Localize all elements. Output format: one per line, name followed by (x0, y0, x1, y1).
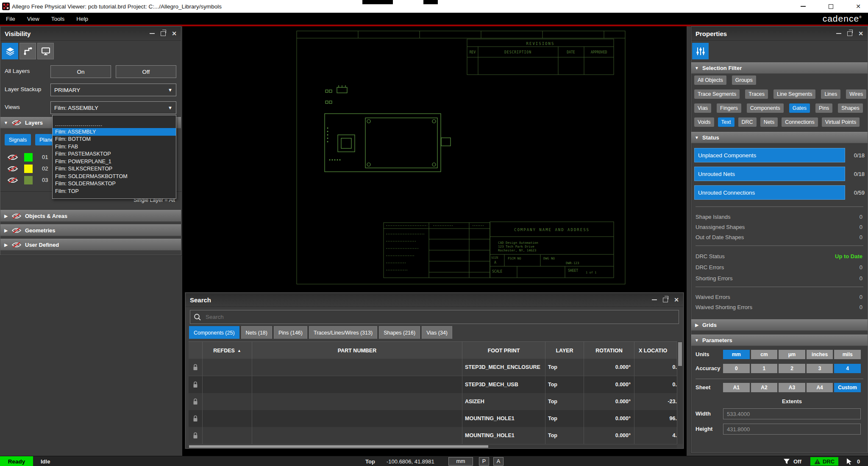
float-icon[interactable] (161, 31, 166, 36)
layer-color-swatch[interactable] (24, 165, 33, 173)
filter-components[interactable]: Components (747, 103, 784, 113)
units-um-button[interactable]: µm (779, 350, 805, 359)
accuracy-4-button[interactable]: 4 (834, 364, 861, 373)
dropdown-item-assembly[interactable]: Film: ASSEMBLY (53, 128, 176, 136)
filter-funnel-icon[interactable] (783, 458, 790, 465)
parameters-section-header[interactable]: ▼ Parameters (691, 335, 868, 346)
units-mils-button[interactable]: mils (834, 350, 861, 359)
p-mode-button[interactable]: P (479, 457, 489, 466)
minimize-icon[interactable] (836, 33, 841, 34)
dropdown-item-top[interactable]: Film: TOP (53, 187, 176, 195)
unplaced-components-button[interactable]: Unplaced Components (694, 148, 845, 162)
window-minimize-button[interactable] (800, 3, 807, 10)
filter-state-label[interactable]: Off (793, 456, 801, 466)
window-restore-button[interactable] (827, 3, 834, 10)
column-footprint[interactable]: FOOT PRINT (462, 342, 545, 359)
layer-color-swatch[interactable] (24, 176, 33, 184)
accuracy-2-button[interactable]: 2 (779, 364, 805, 373)
views-select[interactable]: Film: ASSEMBLY ▼ (50, 101, 176, 114)
tab-shapes[interactable]: Shapes (216) (379, 326, 420, 339)
units-indicator-button[interactable]: mm (448, 457, 473, 466)
objects-areas-section[interactable]: ▶ Objects & Areas (0, 210, 181, 222)
table-row[interactable]: MOUNTING_HOLE1 Top 0.000° 96. (189, 410, 677, 427)
filter-virtual-points[interactable]: Virtual Points (822, 117, 860, 127)
filter-pins[interactable]: Pins (815, 103, 832, 113)
visibility-off-icon[interactable] (11, 120, 22, 126)
column-lock[interactable] (189, 342, 203, 359)
table-row[interactable]: STEP3D_MECH_ENCLOSURE Top 0.000° 0. (189, 359, 677, 376)
filter-shapes[interactable]: Shapes (838, 103, 862, 113)
geometries-section[interactable]: ▶ Geometries (0, 224, 181, 236)
sheet-a1-button[interactable]: A1 (723, 383, 750, 392)
height-field[interactable] (723, 424, 861, 435)
column-rotation[interactable]: ROTATION (584, 342, 634, 359)
filter-lines[interactable]: Lines (821, 89, 840, 99)
status-section-header[interactable]: ▼ Status (691, 132, 868, 143)
filter-vias[interactable]: Vias (694, 103, 711, 113)
column-part-number[interactable]: PART NUMBER (252, 342, 462, 359)
accuracy-1-button[interactable]: 1 (751, 364, 778, 373)
sheet-a3-button[interactable]: A3 (779, 383, 805, 392)
sheet-a4-button[interactable]: A4 (807, 383, 833, 392)
filter-all-objects[interactable]: All Objects (694, 75, 726, 85)
scrollbar-thumb[interactable] (189, 445, 488, 448)
dropdown-item-fab[interactable]: Film: FAB (53, 143, 176, 151)
dropdown-item-silkscreentop[interactable]: Film: SILKSCREENTOP (53, 165, 176, 173)
visibility-off-icon[interactable] (11, 242, 22, 248)
sheet-custom-button[interactable]: Custom (834, 383, 861, 392)
layer-stackup-select[interactable]: PRIMARY ▼ (50, 84, 176, 96)
minimize-icon[interactable] (150, 33, 155, 34)
table-row[interactable]: MOUNTING_HOLE1 Top 0.000° 4. (189, 427, 677, 444)
a-mode-button[interactable]: A (493, 457, 504, 466)
dropdown-item-pastemasktop[interactable]: Film: PASTEMASKTOP (53, 151, 176, 158)
filter-fingers[interactable]: Fingers (717, 103, 741, 113)
vertical-scrollbar[interactable] (677, 341, 683, 444)
accuracy-0-button[interactable]: 0 (723, 364, 750, 373)
tab-traces-lines-wires[interactable]: Traces/Lines/Wires (313) (309, 326, 377, 339)
filter-groups[interactable]: Groups (732, 75, 756, 85)
close-icon[interactable]: ✕ (674, 297, 679, 303)
filter-nets[interactable]: Nets (760, 117, 778, 127)
properties-toolbutton[interactable] (692, 43, 709, 59)
visibility-off-icon[interactable] (11, 213, 22, 219)
column-layer[interactable]: LAYER (545, 342, 584, 359)
drc-badge[interactable]: DRC (810, 457, 838, 466)
search-input[interactable] (205, 313, 664, 321)
all-layers-on-button[interactable]: On (50, 65, 111, 78)
dropdown-item-bottom[interactable]: Film: BOTTOM (53, 136, 176, 143)
menu-help[interactable]: Help (70, 13, 94, 25)
dropdown-item-soldermaskbottom[interactable]: Film: SOLDERMASKBOTTOM (53, 173, 176, 180)
visibility-off-icon[interactable] (7, 154, 18, 161)
unrouted-connections-button[interactable]: Unrouted Connections (694, 185, 845, 200)
float-icon[interactable] (847, 31, 852, 36)
user-defined-section[interactable]: ▶ User Defined (0, 239, 181, 251)
layers-view-toolbutton[interactable] (2, 43, 18, 59)
table-row[interactable]: STEP3D_MECH_USB Top 0.000° 0. (189, 376, 677, 393)
close-icon[interactable]: ✕ (858, 31, 863, 36)
accuracy-3-button[interactable]: 3 (807, 364, 833, 373)
filter-trace-segments[interactable]: Trace Segments (694, 89, 740, 99)
layer-row[interactable]: 02 (0, 164, 52, 174)
float-icon[interactable] (663, 298, 668, 302)
close-icon[interactable]: ✕ (172, 31, 177, 36)
window-close-button[interactable]: ✕ (855, 3, 862, 10)
filter-text[interactable]: Text (718, 117, 734, 127)
layer-row[interactable]: 03 (0, 175, 52, 185)
all-layers-off-button[interactable]: Off (116, 65, 176, 78)
visibility-off-icon[interactable] (11, 227, 22, 234)
display-view-toolbutton[interactable] (37, 43, 54, 59)
filter-voids[interactable]: Voids (694, 117, 714, 127)
visibility-off-icon[interactable] (7, 165, 18, 172)
horizontal-scrollbar[interactable] (189, 445, 677, 448)
filter-drc[interactable]: DRC (738, 117, 757, 127)
tab-components[interactable]: Components (25) (189, 326, 239, 339)
layer-row[interactable]: 01 (0, 152, 52, 162)
tab-vias[interactable]: Vias (34) (422, 326, 452, 339)
dropdown-item-soldermasktop[interactable]: Film: SOLDERMASKTOP (53, 180, 176, 188)
units-inches-button[interactable]: inches (807, 350, 833, 359)
column-x-location[interactable]: X LOCATIO (634, 342, 677, 359)
layer-color-swatch[interactable] (24, 153, 33, 162)
filter-traces[interactable]: Traces (745, 89, 768, 99)
dropdown-item-powerplane1[interactable]: Film: POWERPLANE_1 (53, 158, 176, 165)
minimize-icon[interactable] (652, 299, 657, 300)
